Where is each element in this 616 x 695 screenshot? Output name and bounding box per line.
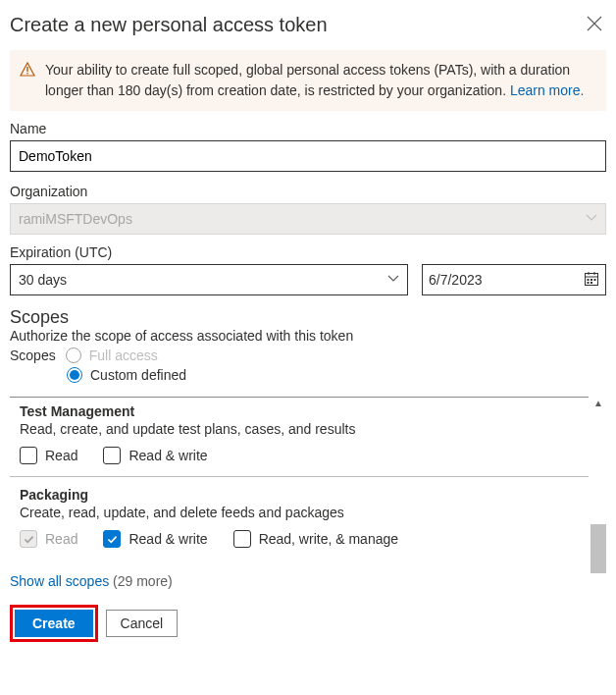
- chevron-down-icon: [387, 272, 399, 288]
- scopes-heading: Scopes: [10, 307, 606, 328]
- scopes-remaining-count: (29 more): [113, 573, 173, 589]
- calendar-icon[interactable]: [584, 271, 599, 290]
- checkbox-test-read[interactable]: Read: [20, 447, 77, 464]
- org-value: ramiMSFTDevOps: [19, 211, 132, 227]
- scope-title: Test Management: [20, 403, 589, 419]
- svg-rect-6: [588, 279, 590, 281]
- checkbox-icon: [20, 447, 37, 464]
- checkbox-test-readwrite[interactable]: Read & write: [103, 447, 207, 464]
- checkbox-icon: [103, 447, 121, 464]
- scope-desc: Read, create, and update test plans, cas…: [20, 421, 589, 437]
- scope-title: Packaging: [20, 487, 589, 503]
- radio-custom-defined[interactable]: [67, 367, 82, 383]
- warning-icon: [20, 62, 35, 101]
- close-icon: [587, 16, 602, 31]
- radio-custom-defined-label: Custom defined: [90, 367, 186, 383]
- expiration-select[interactable]: 30 days: [10, 264, 408, 295]
- close-button[interactable]: [583, 12, 606, 38]
- scroll-up-arrow[interactable]: ▲: [592, 398, 604, 409]
- svg-rect-10: [590, 282, 592, 284]
- cancel-button[interactable]: Cancel: [106, 610, 179, 637]
- svg-rect-1: [26, 73, 27, 74]
- radio-full-access: [66, 348, 81, 363]
- restriction-banner: Your ability to create full scoped, glob…: [10, 50, 606, 111]
- expiration-value: 30 days: [19, 272, 67, 288]
- org-label: Organization: [10, 184, 606, 199]
- checkbox-icon: [20, 530, 37, 548]
- radio-full-access-label: Full access: [89, 348, 158, 363]
- chevron-down-icon: [586, 211, 597, 227]
- svg-rect-7: [590, 279, 592, 281]
- checkbox-packaging-readwrite[interactable]: Read & write: [103, 530, 207, 548]
- create-button[interactable]: Create: [15, 610, 93, 637]
- expiration-date-input[interactable]: 6/7/2023: [422, 264, 606, 295]
- scopes-subheading: Authorize the scope of access associated…: [10, 328, 606, 344]
- svg-rect-0: [26, 67, 27, 72]
- page-title: Create a new personal access token: [10, 14, 328, 36]
- scope-group-packaging: Packaging Create, read, update, and dele…: [10, 476, 589, 560]
- svg-rect-8: [594, 279, 596, 281]
- expiration-date-value: 6/7/2023: [429, 272, 483, 288]
- checkbox-packaging-manage[interactable]: Read, write, & manage: [233, 530, 398, 548]
- svg-rect-9: [588, 282, 590, 284]
- scope-desc: Create, read, update, and delete feeds a…: [20, 505, 589, 520]
- scope-group-test-management: Test Management Read, create, and update…: [10, 398, 589, 476]
- banner-text: Your ability to create full scoped, glob…: [45, 62, 570, 98]
- show-all-scopes-link[interactable]: Show all scopes: [10, 573, 109, 589]
- create-highlight: Create: [10, 605, 98, 642]
- scrollbar-thumb[interactable]: [590, 524, 606, 573]
- name-label: Name: [10, 121, 606, 136]
- name-input[interactable]: [10, 140, 606, 172]
- learn-more-link[interactable]: Learn more.: [510, 82, 584, 98]
- expiration-label: Expiration (UTC): [10, 244, 606, 260]
- scopes-scroll-area: ▲ ▼ Test Management Read, create, and up…: [10, 397, 606, 560]
- checkbox-packaging-read: Read: [20, 530, 77, 548]
- org-select: ramiMSFTDevOps: [10, 203, 606, 235]
- checkbox-icon: [103, 530, 121, 548]
- checkbox-icon: [233, 530, 251, 548]
- scopes-label: Scopes: [10, 348, 56, 363]
